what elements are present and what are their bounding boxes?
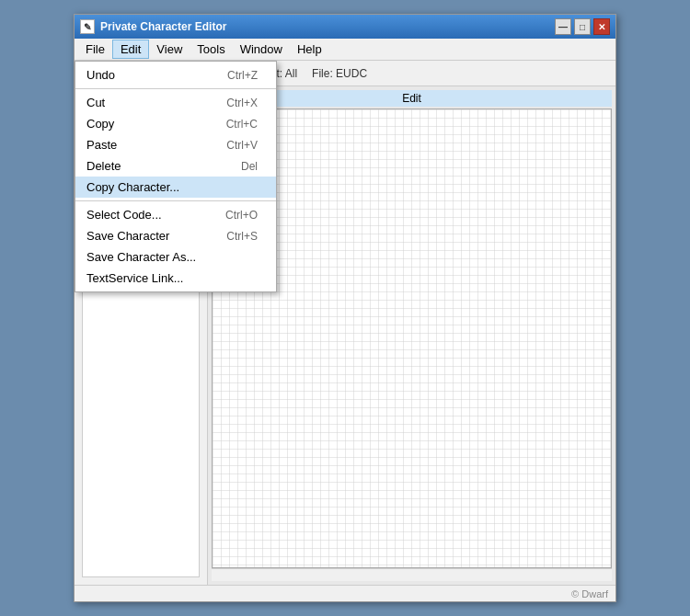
copy-shortcut: Ctrl+C: [226, 118, 258, 131]
edit-dropdown-menu: Undo Ctrl+Z Cut Ctrl+X Copy Ctrl+C Paste…: [75, 61, 277, 292]
app-icon: ✎: [80, 19, 95, 34]
file-label: File: EUDC: [312, 67, 367, 80]
menu-tools[interactable]: Tools: [190, 40, 232, 58]
close-button[interactable]: ✕: [593, 18, 610, 35]
undo-shortcut: Ctrl+Z: [227, 69, 258, 82]
menu-window[interactable]: Window: [233, 40, 290, 58]
delete-label: Delete: [86, 159, 121, 173]
title-bar: ✎ Private Character Editor — □ ✕: [75, 15, 615, 39]
window-title: Private Character Editor: [100, 20, 226, 33]
title-controls: — □ ✕: [555, 18, 610, 35]
menu-save-character[interactable]: Save Character Ctrl+S: [75, 225, 276, 246]
horizontal-scrollbar[interactable]: [212, 568, 612, 581]
save-character-as-label: Save Character As...: [86, 250, 196, 264]
menu-copy-character[interactable]: Copy Character...: [75, 177, 276, 198]
cut-label: Cut: [86, 96, 105, 109]
menu-undo[interactable]: Undo Ctrl+Z: [75, 64, 276, 86]
menu-select-code[interactable]: Select Code... Ctrl+O: [75, 204, 276, 225]
bottom-bar: © Dwarf: [75, 585, 615, 601]
main-window: ✎ Private Character Editor — □ ✕ File Ed…: [74, 14, 616, 602]
separator-1: [75, 88, 276, 89]
delete-shortcut: Del: [241, 160, 258, 173]
textservice-link-label: TextService Link...: [86, 271, 184, 285]
menu-save-character-as[interactable]: Save Character As...: [75, 246, 276, 268]
cut-shortcut: Ctrl+X: [226, 97, 258, 109]
copyright-text: © Dwarf: [571, 588, 608, 599]
save-character-label: Save Character: [86, 229, 169, 243]
copy-label: Copy: [86, 117, 114, 131]
save-character-shortcut: Ctrl+S: [226, 230, 258, 243]
title-bar-left: ✎ Private Character Editor: [80, 19, 226, 34]
menu-edit[interactable]: Edit: [112, 40, 149, 59]
menu-bar: File Edit View Tools Window Help: [75, 39, 615, 61]
paste-label: Paste: [86, 138, 117, 152]
menu-cut[interactable]: Cut Ctrl+X: [75, 92, 276, 113]
separator-2: [75, 200, 276, 201]
menu-delete[interactable]: Delete Del: [75, 155, 276, 177]
menu-paste[interactable]: Paste Ctrl+V: [75, 134, 276, 155]
select-code-label: Select Code...: [86, 208, 162, 222]
copy-character-label: Copy Character...: [86, 180, 179, 194]
menu-copy[interactable]: Copy Ctrl+C: [75, 113, 276, 134]
paste-shortcut: Ctrl+V: [226, 139, 258, 152]
undo-label: Undo: [86, 68, 115, 82]
menu-view[interactable]: View: [149, 40, 190, 58]
menu-file[interactable]: File: [78, 40, 112, 58]
menu-textservice-link[interactable]: TextService Link...: [75, 268, 276, 289]
minimize-button[interactable]: —: [555, 18, 571, 35]
select-code-shortcut: Ctrl+O: [225, 209, 258, 222]
maximize-button[interactable]: □: [574, 18, 591, 35]
menu-help[interactable]: Help: [290, 40, 329, 58]
